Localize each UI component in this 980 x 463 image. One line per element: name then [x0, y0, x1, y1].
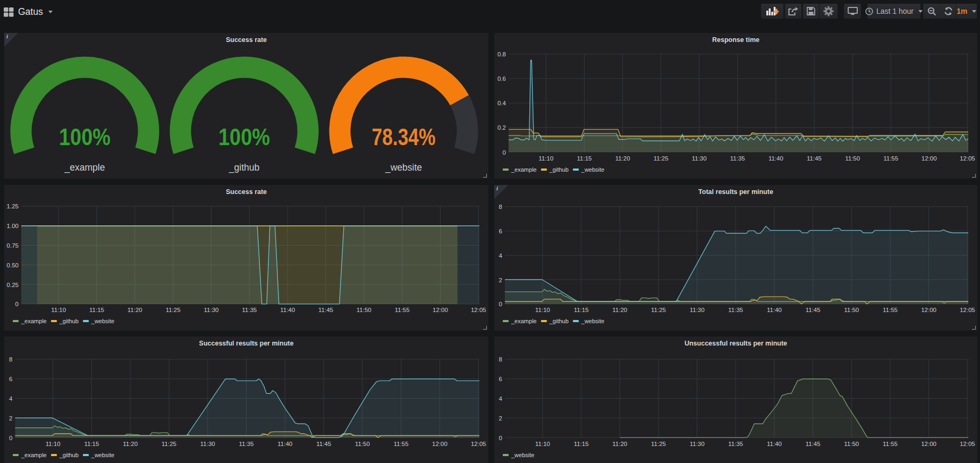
svg-text:11:55: 11:55: [395, 307, 410, 313]
svg-text:11:25: 11:25: [166, 307, 181, 313]
svg-text:0: 0: [499, 434, 502, 441]
svg-text:12:00: 12:00: [922, 155, 937, 162]
svg-text:4: 4: [9, 395, 13, 402]
svg-text:11:35: 11:35: [239, 440, 254, 447]
svg-text:11:55: 11:55: [883, 155, 898, 162]
svg-text:11:55: 11:55: [394, 440, 409, 447]
svg-text:0: 0: [499, 301, 502, 307]
svg-text:11:15: 11:15: [84, 440, 99, 447]
svg-text:0: 0: [503, 149, 506, 156]
svg-text:11:45: 11:45: [807, 155, 822, 162]
svg-text:11:40: 11:40: [767, 440, 782, 447]
svg-text:11:30: 11:30: [690, 307, 705, 313]
svg-text:100%: 100%: [59, 124, 111, 150]
svg-text:12:05: 12:05: [960, 307, 975, 313]
svg-text:11:50: 11:50: [357, 307, 371, 313]
svg-text:1.00: 1.00: [7, 223, 19, 229]
svg-text:11:40: 11:40: [767, 307, 782, 313]
svg-text:11:25: 11:25: [651, 440, 666, 447]
svg-text:8: 8: [9, 356, 12, 363]
svg-text:12:00: 12:00: [433, 307, 448, 313]
svg-text:12:00: 12:00: [921, 440, 936, 447]
svg-text:78.34%: 78.34%: [372, 124, 436, 150]
svg-text:0.6: 0.6: [497, 75, 506, 82]
svg-text:12:05: 12:05: [960, 440, 975, 447]
svg-text:12:05: 12:05: [960, 155, 975, 162]
svg-text:11:10: 11:10: [46, 440, 61, 447]
svg-text:12:00: 12:00: [921, 307, 936, 313]
svg-text:0.4: 0.4: [497, 100, 506, 106]
svg-text:11:55: 11:55: [883, 307, 898, 313]
svg-text:2: 2: [9, 415, 12, 421]
svg-text:11:10: 11:10: [535, 307, 550, 313]
svg-text:12:05: 12:05: [471, 307, 486, 313]
svg-text:11:45: 11:45: [318, 307, 333, 313]
svg-text:11:15: 11:15: [89, 307, 104, 313]
svg-text:11:30: 11:30: [690, 440, 705, 447]
svg-text:11:20: 11:20: [612, 307, 627, 313]
svg-text:11:25: 11:25: [162, 440, 176, 447]
svg-text:11:45: 11:45: [806, 307, 821, 313]
svg-text:11:25: 11:25: [654, 155, 669, 162]
svg-text:11:55: 11:55: [883, 440, 898, 447]
svg-text:11:40: 11:40: [280, 307, 295, 313]
svg-text:4: 4: [499, 252, 503, 258]
svg-text:11:35: 11:35: [728, 307, 743, 313]
svg-text:_example: _example: [64, 162, 105, 173]
svg-text:0: 0: [15, 301, 19, 307]
svg-text:6: 6: [499, 228, 502, 234]
svg-text:8: 8: [499, 356, 502, 363]
svg-text:11:50: 11:50: [844, 440, 859, 447]
svg-text:11:15: 11:15: [574, 440, 589, 447]
svg-text:11:50: 11:50: [355, 440, 370, 447]
svg-text:11:20: 11:20: [128, 307, 142, 313]
svg-text:11:40: 11:40: [768, 155, 783, 162]
svg-text:11:10: 11:10: [538, 155, 553, 162]
svg-text:11:45: 11:45: [806, 440, 821, 447]
svg-text:11:50: 11:50: [845, 155, 860, 162]
svg-text:11:35: 11:35: [730, 155, 745, 162]
svg-text:12:05: 12:05: [471, 440, 486, 447]
svg-text:11:20: 11:20: [612, 440, 627, 447]
svg-text:2: 2: [499, 276, 502, 283]
svg-text:1.25: 1.25: [7, 203, 19, 209]
svg-text:11:45: 11:45: [316, 440, 331, 447]
svg-text:11:35: 11:35: [728, 440, 743, 447]
svg-text:0.2: 0.2: [497, 124, 506, 131]
svg-text:11:10: 11:10: [51, 307, 66, 313]
svg-text:0: 0: [9, 434, 12, 441]
svg-text:6: 6: [9, 376, 12, 382]
svg-text:0.50: 0.50: [7, 262, 19, 268]
svg-text:11:10: 11:10: [535, 440, 550, 447]
svg-text:0.75: 0.75: [7, 242, 19, 249]
svg-text:11:30: 11:30: [200, 440, 215, 447]
svg-text:11:40: 11:40: [277, 440, 292, 447]
svg-text:11:30: 11:30: [204, 307, 219, 313]
svg-text:4: 4: [499, 395, 503, 402]
svg-text:8: 8: [499, 204, 502, 210]
svg-text:_github: _github: [229, 162, 259, 173]
svg-text:2: 2: [499, 415, 502, 421]
svg-text:11:15: 11:15: [574, 307, 589, 313]
svg-text:11:20: 11:20: [123, 440, 138, 447]
svg-text:11:15: 11:15: [577, 155, 592, 162]
svg-text:11:30: 11:30: [692, 155, 707, 162]
svg-text:11:25: 11:25: [651, 307, 666, 313]
svg-text:0.8: 0.8: [497, 51, 506, 57]
svg-text:11:20: 11:20: [615, 155, 630, 162]
svg-text:11:35: 11:35: [242, 307, 257, 313]
svg-text:12:00: 12:00: [432, 440, 447, 447]
svg-text:_website: _website: [385, 162, 422, 173]
svg-text:11:50: 11:50: [844, 307, 859, 313]
svg-text:6: 6: [499, 376, 502, 382]
svg-text:100%: 100%: [218, 124, 270, 150]
svg-text:0.25: 0.25: [7, 281, 19, 288]
